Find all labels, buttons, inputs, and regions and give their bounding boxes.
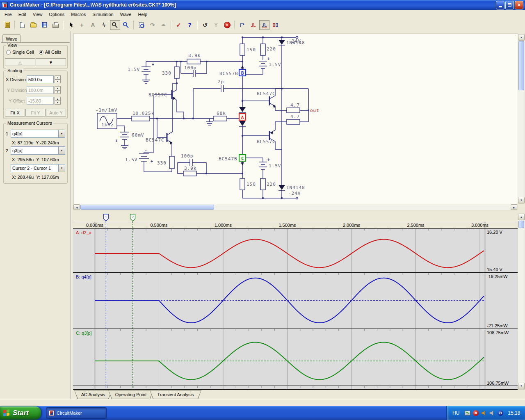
cell-down-button[interactable]: ▼ [36, 58, 66, 66]
component-label: BC557C [257, 139, 276, 144]
scroll-up-icon[interactable]: ▲ [518, 214, 525, 220]
chevron-down-icon[interactable]: ▼ [58, 130, 65, 137]
menu-item-help[interactable]: Help [135, 11, 151, 18]
menu-item-options[interactable]: Options [46, 11, 68, 18]
tab-operating-point[interactable]: Operating Point [108, 390, 153, 399]
print-button[interactable] [50, 20, 61, 30]
probe-tool-button[interactable] [110, 20, 120, 30]
scroll-left-icon[interactable]: ◀ [73, 204, 80, 210]
digital-analog-option-button[interactable]: ✓ [173, 20, 184, 30]
x-division-stepper[interactable]: ▲ ▼ [55, 75, 61, 83]
part-browser-button[interactable] [2, 20, 12, 30]
scroll-down-icon[interactable]: ▼ [518, 197, 525, 203]
scroll-right-icon[interactable]: ▶ [511, 204, 517, 210]
schematic-hscroll-thumb[interactable] [80, 205, 214, 210]
wire-tool-button[interactable]: + [77, 20, 87, 30]
help-button[interactable]: ? [185, 20, 195, 30]
taskbar-item-circuitmaker[interactable]: CircuitMaker [46, 407, 107, 419]
waveform-panel[interactable]: 0.000ms0.500ms1.000ms1.500ms2.000ms2.500… [73, 213, 518, 390]
text-tool-button[interactable]: A [88, 20, 98, 30]
all-cells-radio[interactable] [39, 50, 43, 55]
menu-item-simulation[interactable]: Simulation [89, 11, 116, 18]
x-division-input[interactable]: 500.0u [27, 75, 54, 83]
zoom-select-button[interactable] [136, 20, 146, 30]
select-arrow-button[interactable] [66, 20, 76, 30]
rotate-icon: ↷ [150, 22, 155, 28]
cursor-2-signal-value: q3[p] [11, 147, 58, 154]
component-label: 220 [267, 46, 276, 52]
scroll-down-icon[interactable]: ▼ [518, 383, 525, 389]
scaling-group-label: Scaling [6, 68, 23, 73]
scope-digital-display-button[interactable] [248, 20, 258, 30]
schematic-vscroll-thumb[interactable] [518, 41, 524, 90]
new-file-button[interactable] [17, 20, 27, 30]
rotate-button[interactable]: ↷ [147, 20, 158, 30]
schematic-horizontal-scrollbar[interactable]: ◀ ▶ [73, 204, 518, 210]
component-label: 220 [267, 182, 276, 187]
close-button[interactable]: × [515, 1, 523, 9]
zoom-select-icon [139, 22, 144, 28]
spin-down-icon[interactable]: ▼ [55, 80, 61, 84]
menu-item-view[interactable]: View [30, 11, 46, 18]
restore-button[interactable] [505, 1, 514, 9]
cell-up-button[interactable]: △ [5, 58, 35, 66]
zoom-tool-button[interactable] [121, 20, 131, 30]
y-offset-stepper: ▲ ▼ [55, 97, 61, 105]
mirror-button[interactable]: ◂▸ [158, 20, 169, 30]
chevron-down-icon[interactable]: ▼ [58, 164, 65, 172]
language-indicator[interactable]: HU [452, 410, 459, 416]
toolbar: +Aϟ↷◂▸✓?↺Υ× [0, 19, 525, 31]
chevron-down-icon[interactable]: ▼ [58, 147, 65, 154]
axis-top-label-c: 108.75mW [487, 330, 509, 335]
spin-up-icon: ▲ [55, 97, 61, 101]
schematic-pane[interactable]: 3.9k100p1.5V330BC557C2pBC557B1502201N414… [73, 34, 518, 204]
view-group: View Single Cell All Cells △ ▼ [3, 45, 68, 69]
tab-wave[interactable]: Wave [2, 34, 21, 43]
desktop: { "window": { "title": "CircuitMaker - [… [0, 0, 525, 420]
cursor-2-signal-select[interactable]: q3[p] ▼ [11, 146, 65, 155]
component-label: + [115, 139, 118, 143]
y-offset-label: Y Offset [9, 98, 25, 103]
bluetooth-icon[interactable]: B [497, 410, 504, 416]
stop-simulation-button[interactable]: × [222, 20, 232, 30]
schematic-vertical-scrollbar[interactable]: ▲ ▼ [518, 34, 525, 204]
muted-volume-icon[interactable] [489, 410, 495, 416]
cursor-1-signal-select[interactable]: q4[p] ▼ [11, 130, 65, 138]
tablet-tray-icon[interactable] [464, 410, 471, 416]
menu-item-wave[interactable]: Wave [117, 11, 135, 18]
menu-item-macros[interactable]: Macros [68, 11, 89, 18]
component-label: 150 [247, 47, 256, 52]
scroll-up-icon[interactable]: ▲ [518, 34, 525, 41]
waveform-canvas[interactable]: 0.000ms0.500ms1.000ms1.500ms2.000ms2.500… [73, 213, 518, 390]
minimize-button[interactable] [496, 1, 504, 9]
open-file-button[interactable] [28, 20, 39, 30]
reset-simulation-button[interactable]: ↺ [200, 20, 210, 30]
scope-mixed-display-button[interactable] [270, 20, 281, 30]
scope-probe-display-button[interactable] [237, 20, 247, 30]
start-button[interactable]: Start [0, 406, 41, 420]
schematic-canvas[interactable]: 3.9k100p1.5V330BC557C2pBC557B1502201N414… [73, 34, 517, 203]
single-cell-radio[interactable] [6, 50, 11, 55]
save-file-button[interactable] [39, 20, 50, 30]
volume-icon[interactable] [481, 410, 487, 416]
component-label: -1m/1mV [96, 107, 117, 113]
delete-tool-button[interactable]: ϟ [99, 20, 109, 30]
menu-item-file[interactable]: File [1, 11, 15, 18]
cursor-1-readout: X: 87.119u Y:-20.249m [12, 140, 59, 145]
cursor-diff-select[interactable]: Cursor 2 - Cursor 1 ▼ [11, 164, 65, 172]
window-title: CircuitMaker - [C:\Program Files\...\VAS… [10, 2, 495, 8]
menu-item-edit[interactable]: Edit [15, 11, 30, 18]
step-simulation-button[interactable]: Υ [211, 20, 221, 30]
spin-up-icon[interactable]: ▲ [55, 75, 61, 80]
scope-waveform-display-button[interactable] [259, 20, 269, 30]
fit-x-button[interactable]: Fit X [5, 109, 25, 116]
security-alert-icon[interactable]: ✕ [472, 410, 479, 416]
waveform-vertical-scrollbar[interactable]: ▲ ▼ [518, 213, 525, 390]
circuitmaker-icon [49, 410, 55, 416]
waveform-vscroll-thumb[interactable] [518, 221, 524, 228]
toolbar-separator [14, 21, 15, 29]
new-file-icon [20, 22, 25, 28]
print-icon [52, 24, 59, 28]
tab-ac-analysis[interactable]: AC Analysis [74, 390, 112, 399]
tab-transient-analysis[interactable]: Transient Analysis [150, 390, 201, 399]
